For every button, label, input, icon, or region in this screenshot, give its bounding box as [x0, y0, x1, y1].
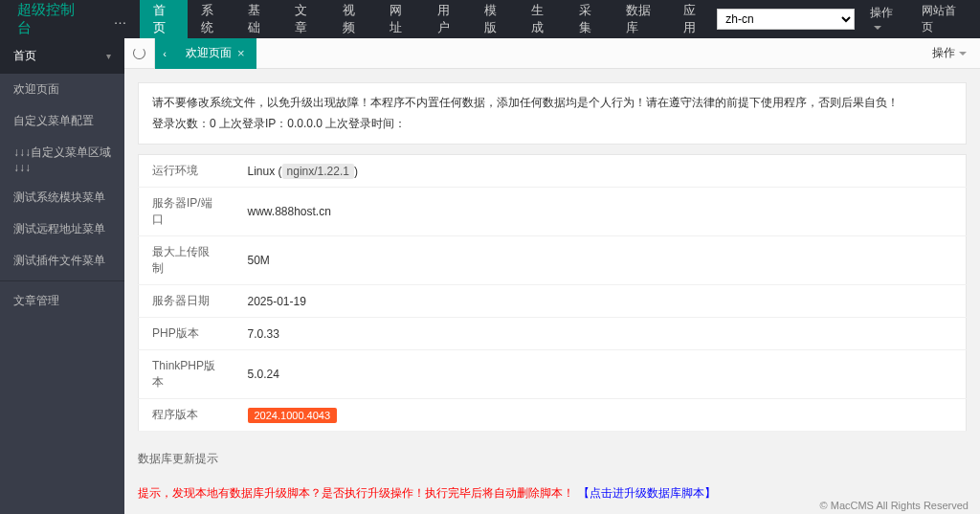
thinkphp-version: 5.0.24: [234, 350, 967, 399]
server-date: 2025-01-19: [234, 285, 967, 318]
db-upgrade-link[interactable]: 【点击进升级数据库脚本】: [578, 486, 716, 500]
chevron-down-icon: ▾: [106, 51, 111, 61]
tab-ops-dropdown[interactable]: 操作: [919, 45, 980, 61]
topnav-item-1[interactable]: 系统: [188, 0, 234, 38]
notice-line2: 登录次数：0 上次登录IP：0.0.0.0 上次登录时间：: [152, 114, 952, 135]
topnav-item-7[interactable]: 模版: [471, 0, 518, 38]
topnav-item-3[interactable]: 文章: [281, 0, 328, 38]
refresh-button[interactable]: [124, 38, 155, 69]
home-site-link[interactable]: 网站首页: [916, 3, 969, 35]
topnav-item-8[interactable]: 生成: [518, 0, 565, 38]
footer-copyright: © MacCMS All Rights Reserved: [820, 500, 969, 511]
chevron-down-icon: [874, 26, 881, 30]
top-nav: 首页系统基础文章视频网址用户模版生成采集数据库应用: [140, 0, 717, 38]
upload-limit: 50M: [234, 236, 967, 285]
php-version: 7.0.33: [234, 318, 967, 350]
notice-panel: 请不要修改系统文件，以免升级出现故障！本程序不内置任何数据，添加任何数据均是个人…: [138, 82, 967, 145]
tab-label: 欢迎页面: [186, 45, 232, 61]
sidebar-item-1[interactable]: 自定义菜单配置: [0, 105, 124, 137]
notice-line1: 请不要修改系统文件，以免升级出现故障！本程序不内置任何数据，添加任何数据均是个人…: [152, 93, 952, 114]
tab-bar: ‹ 欢迎页面 × 操作: [124, 38, 980, 69]
sidebar-item-article[interactable]: 文章管理: [0, 285, 124, 317]
env-table: 运行环境Linux (nginx/1.22.1) 服务器IP/端口www.888…: [138, 154, 967, 432]
sidebar-item-4[interactable]: 测试远程地址菜单: [0, 213, 124, 245]
sidebar-item-3[interactable]: 测试系统模块菜单: [0, 182, 124, 213]
tab-prev-button[interactable]: ‹: [155, 38, 174, 69]
app-version-badge: 2024.1000.4043: [248, 408, 338, 423]
db-update-title: 数据库更新提示: [138, 443, 967, 475]
sidebar: 首页 ▾ 欢迎页面自定义菜单配置↓↓↓自定义菜单区域↓↓↓测试系统模块菜单测试远…: [0, 38, 124, 514]
topnav-item-11[interactable]: 应用: [670, 0, 717, 38]
topnav-item-0[interactable]: 首页: [140, 0, 187, 38]
topnav-item-10[interactable]: 数据库: [612, 0, 670, 38]
logo: 超级控制台: [0, 1, 100, 37]
ops-dropdown[interactable]: 操作: [864, 5, 906, 34]
topnav-item-9[interactable]: 采集: [566, 0, 612, 38]
env-os: Linux: [248, 165, 276, 178]
topnav-item-2[interactable]: 基础: [234, 0, 281, 38]
nginx-badge: nginx/1.22.1: [282, 164, 354, 179]
server-host: www.888host.cn: [234, 188, 967, 236]
tab-welcome[interactable]: 欢迎页面 ×: [174, 38, 256, 69]
sidebar-item-2[interactable]: ↓↓↓自定义菜单区域↓↓↓: [0, 137, 124, 182]
topnav-item-4[interactable]: 视频: [329, 0, 376, 38]
topnav-item-6[interactable]: 用户: [424, 0, 471, 38]
sidebar-top-home[interactable]: 首页 ▾: [0, 38, 124, 74]
sidebar-item-5[interactable]: 测试插件文件菜单: [0, 245, 124, 277]
chevron-down-icon: [959, 52, 967, 56]
menu-toggle-icon[interactable]: …: [100, 11, 140, 27]
close-icon[interactable]: ×: [237, 46, 245, 60]
language-select[interactable]: zh-cn: [717, 9, 855, 30]
sidebar-item-0[interactable]: 欢迎页面: [0, 74, 124, 105]
topnav-item-5[interactable]: 网址: [376, 0, 423, 38]
refresh-icon: [133, 47, 145, 59]
